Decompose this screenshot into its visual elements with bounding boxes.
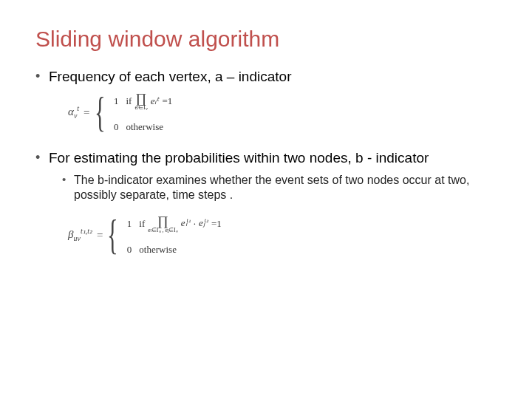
beta-otherwise: otherwise bbox=[139, 244, 177, 256]
alpha-otherwise: otherwise bbox=[126, 121, 163, 133]
formula-alpha-lhs: αvt bbox=[68, 104, 79, 121]
beta-prod-sub: eᵢ∈Iᵤ , eⱼ∈Iᵥ bbox=[148, 228, 177, 233]
beta-term2-sup: t₂ bbox=[205, 217, 208, 224]
beta-sup: t₁,t₂ bbox=[81, 227, 92, 235]
alpha-cases: 1 if ∏ eᵢ∈Iᵥ eᵢᵗ =1 0 ot bbox=[108, 92, 172, 133]
alpha-case0-val: 0 bbox=[108, 121, 118, 133]
beta-case1-val: 1 bbox=[121, 218, 132, 230]
beta-brace: { bbox=[108, 216, 119, 253]
formula-beta-lhs: βuvt₁,t₂ bbox=[68, 227, 92, 244]
product-icon: ∏ eᵢ∈Iᵥ bbox=[134, 92, 147, 111]
bullet-2: For estimating the probabilities within … bbox=[35, 149, 497, 256]
alpha-case1-cond: if ∏ eᵢ∈Iᵥ eᵢᵗ =1 bbox=[126, 92, 172, 111]
product-icon: ∏ eᵢ∈Iᵤ , eⱼ∈Iᵥ bbox=[148, 214, 177, 233]
bullet-2-sub: The b-indicator examines whether the eve… bbox=[62, 173, 497, 202]
alpha-prod-sub: eᵢ∈Iᵥ bbox=[134, 105, 147, 111]
beta-term2: eⱼt₂ bbox=[199, 217, 208, 230]
bullet-1: Frequency of each vertex, a – indicator … bbox=[35, 68, 497, 133]
slide-title: Sliding window algorithm bbox=[35, 27, 497, 52]
alpha-symbol: α bbox=[68, 106, 74, 117]
beta-term1: eᵢt₁ bbox=[181, 217, 191, 230]
beta-eq1: =1 bbox=[211, 218, 222, 230]
alpha-case1-val: 1 bbox=[108, 95, 118, 107]
bullet-1-text: Frequency of each vertex, a – indicator bbox=[49, 69, 291, 84]
beta-sub: uv bbox=[73, 234, 80, 242]
alpha-if: if bbox=[126, 95, 132, 107]
alpha-sup: t bbox=[77, 104, 79, 112]
alpha-case-0: 0 otherwise bbox=[108, 121, 172, 133]
formula-beta: βuvt₁,t₂ = { 1 if ∏ eᵢ∈Iᵤ , eⱼ∈Iᵥ eᵢt₁ bbox=[68, 214, 497, 256]
beta-eq: = bbox=[97, 228, 103, 242]
alpha-eq: = bbox=[83, 106, 89, 120]
beta-case0-val: 0 bbox=[121, 244, 132, 256]
slide: Sliding window algorithm Frequency of ea… bbox=[0, 0, 532, 287]
alpha-term: eᵢᵗ bbox=[151, 95, 160, 107]
beta-term2-base: eⱼ bbox=[199, 218, 205, 229]
alpha-case-1: 1 if ∏ eᵢ∈Iᵥ eᵢᵗ =1 bbox=[108, 92, 172, 111]
bullet-2-sub-text: The b-indicator examines whether the eve… bbox=[74, 174, 469, 201]
alpha-brace: { bbox=[95, 94, 106, 131]
bullet-list: Frequency of each vertex, a – indicator … bbox=[35, 68, 497, 256]
bullet-2-text: For estimating the probabilities within … bbox=[49, 150, 429, 166]
beta-dot: · bbox=[194, 218, 196, 230]
beta-term1-sup: t₁ bbox=[187, 217, 191, 224]
beta-term1-base: eᵢ bbox=[181, 218, 187, 229]
alpha-eq1: =1 bbox=[162, 95, 172, 107]
beta-case-0: 0 otherwise bbox=[121, 244, 222, 256]
beta-case-1: 1 if ∏ eᵢ∈Iᵤ , eⱼ∈Iᵥ eᵢt₁ · eⱼt₂ =1 bbox=[121, 214, 222, 233]
beta-case1-cond: if ∏ eᵢ∈Iᵤ , eⱼ∈Iᵥ eᵢt₁ · eⱼt₂ =1 bbox=[139, 214, 222, 233]
formula-alpha: αvt = { 1 if ∏ eᵢ∈Iᵥ eᵢᵗ = bbox=[68, 92, 497, 133]
beta-cases: 1 if ∏ eᵢ∈Iᵤ , eⱼ∈Iᵥ eᵢt₁ · eⱼt₂ =1 bbox=[121, 214, 222, 256]
alpha-sub: v bbox=[74, 112, 77, 120]
beta-if: if bbox=[139, 218, 145, 230]
sub-bullet-list: The b-indicator examines whether the eve… bbox=[49, 173, 497, 202]
